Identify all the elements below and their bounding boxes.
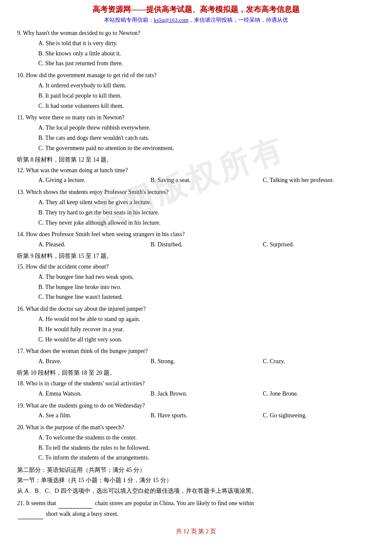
question-17-optA: A. Brave. [38, 356, 150, 367]
question-11: 11. Why were there so many rats in Newto… [17, 113, 375, 153]
section9-header: 听第 9 段材料，回答第 15 至 17 题。 [17, 252, 375, 260]
question-15-text: 15. How did the accident come about? [17, 262, 375, 272]
question-15-optC: C. The bungee line wasn't fastened. [38, 292, 375, 302]
question-10-optC: C. It had some volunteers kill them. [38, 101, 375, 111]
question-12-text: 12. What was the woman doing at lunch ti… [17, 165, 375, 176]
question-14-optB: B. Disturbed. [150, 240, 262, 250]
question-11-optA: A. The local people threw rubbish everyw… [38, 123, 375, 133]
question-12-optB: B. Saving a seat. [150, 175, 262, 185]
question-9-optC: C. She has just returned from there. [38, 58, 375, 69]
question-13-optB: B. They try hard to get the best seats i… [38, 208, 375, 218]
question-14: 14. How does Professor Smith feel when s… [17, 229, 375, 250]
question-18-optA: A. Emma Watson. [38, 389, 150, 399]
part2-header: 第二部分：英语知识运用（共两节；满分 45 分） [17, 466, 375, 474]
question-15-optA: A. The bungee line had two weak spots. [38, 272, 375, 282]
question-9-optB: B. She knows only a little about it. [38, 49, 375, 59]
question-16: 16. What did the doctor say about the in… [17, 304, 375, 344]
question-9: 9. Why hasn't the woman decided to go to… [17, 28, 375, 69]
subtitle-post: ，来信请注明投稿，一经采纳，待遇从优 [188, 17, 288, 23]
email-link[interactable]: ks5u@163.com [154, 17, 189, 23]
question-9-optA: A. She is told that it is very dirty. [38, 38, 375, 49]
question-12-optA: A. Giving a lecture. [38, 175, 150, 185]
question-12-optC: C. Talking with her professor. [263, 175, 375, 185]
page-header-title: 高考资源网——提供高考试题、高考模拟题，发布高考信息题 [17, 4, 375, 14]
page-footer: 共 12 页 第 2 页 [17, 528, 375, 535]
question-12: 12. What was the woman doing at lunch ti… [17, 165, 375, 186]
question-11-text: 11. Why were there so many rats in Newto… [17, 113, 375, 123]
question-16-optB: B. He would fully recover in a year. [38, 324, 375, 335]
question-21: 21. It seems that chain stores are popul… [17, 498, 375, 519]
question-15: 15. How did the accident come about? A. … [17, 262, 375, 302]
instruction-text: 从 A、B、C、D 四个选项中，选出可以填入空白处的最佳选项，并在答题卡上将该项… [17, 486, 375, 496]
question-10: 10. How did the government manage to get… [17, 70, 375, 111]
question-9-text: 9. Why hasn't the woman decided to go to… [17, 28, 375, 38]
question-11-optC: C. The government paid no attention to t… [38, 143, 375, 153]
question-18-optC: C. Jone Brone. [263, 389, 375, 399]
question-17-options: A. Brave. B. Strong. C. Crazy. [38, 356, 375, 367]
question-16-text: 16. What did the doctor say about the in… [17, 304, 375, 314]
question-10-optA: A. It ordered everybody to kill them. [38, 81, 375, 91]
question-10-text: 10. How did the government manage to get… [17, 70, 375, 81]
question-18: 18. Who is in charge of the students' so… [17, 379, 375, 399]
question-12-options: A. Giving a lecture. B. Saving a seat. C… [38, 175, 375, 185]
question-14-optC: C. Surprised. [263, 240, 375, 250]
section8-header: 听第 8 段材料，回答第 12 至 14 题。 [17, 156, 375, 164]
question-19-optA: A. See a film. [38, 410, 150, 421]
question-13: 13. Which shows the students enjoy Profe… [17, 187, 375, 228]
question-14-optA: A. Pleased. [38, 240, 150, 250]
question-20: 20. What is the purpose of the man's spe… [17, 422, 375, 463]
question-16-optA: A. He would not be able to stand up agai… [38, 314, 375, 324]
question-17-text: 17. What does the woman think of the bun… [17, 346, 375, 356]
question-20-text: 20. What is the purpose of the man's spe… [17, 422, 375, 433]
question-19-optC: C. Go sightseeing. [263, 410, 375, 421]
question-11-optB: B. The cats and dogs there wouldn't catc… [38, 133, 375, 143]
section10-header: 听第 10 段材料，回答第 18 至 20 题。 [17, 369, 375, 377]
question-19-optB: B. Have sports. [150, 410, 262, 421]
subtitle-pre: 本站投稿专用信箱： [104, 17, 154, 23]
question-19-text: 19. What are the students going to do on… [17, 401, 375, 411]
question-16-optC: C. He would be all right very soon. [38, 335, 375, 345]
question-20-optC: C. To inform the students of the arrange… [38, 453, 375, 463]
question-17-optB: B. Strong. [150, 356, 262, 367]
question-18-optB: B. Jack Brown. [150, 389, 262, 399]
question-18-text: 18. Who is in charge of the students' so… [17, 379, 375, 389]
question-19: 19. What are the students going to do on… [17, 401, 375, 421]
page-header-subtitle: 本站投稿专用信箱：ks5u@163.com，来信请注明投稿，一经采纳，待遇从优 [17, 16, 375, 24]
question-13-optC: C. They never joke although allowed in h… [38, 218, 375, 228]
question-18-options: A. Emma Watson. B. Jack Brown. C. Jone B… [38, 389, 375, 399]
question-15-optB: B. The bungee line broke into two. [38, 282, 375, 292]
section1-header: 第一节：单项选择（共 15 小题；每小题 1 分，满分 15 分） [17, 477, 375, 484]
question-21-blank2 [18, 519, 43, 519]
question-20-optA: A. To welcome the students to the center… [38, 433, 375, 443]
question-10-optB: B. It paid local people to kill them. [38, 91, 375, 101]
question-17-optC: C. Crazy. [263, 356, 375, 367]
question-13-text: 13. Which shows the students enjoy Profe… [17, 187, 375, 197]
question-14-text: 14. How does Professor Smith feel when s… [17, 229, 375, 240]
question-21-pre: 21. It seems that [17, 500, 56, 506]
question-20-optB: B. To tell the students the rules to be … [38, 443, 375, 453]
question-21-post: short walk along a busy street. [46, 511, 118, 517]
question-21-mid: chain stores are popular in China. You a… [95, 500, 254, 506]
question-13-optA: A. They all keep silent when he gives a … [38, 197, 375, 208]
question-17: 17. What does the woman think of the bun… [17, 346, 375, 367]
question-14-options: A. Pleased. B. Disturbed. C. Surprised. [38, 240, 375, 250]
question-19-options: A. See a film. B. Have sports. C. Go sig… [38, 410, 375, 421]
question-21-line2: short walk along a busy street. [17, 509, 375, 519]
